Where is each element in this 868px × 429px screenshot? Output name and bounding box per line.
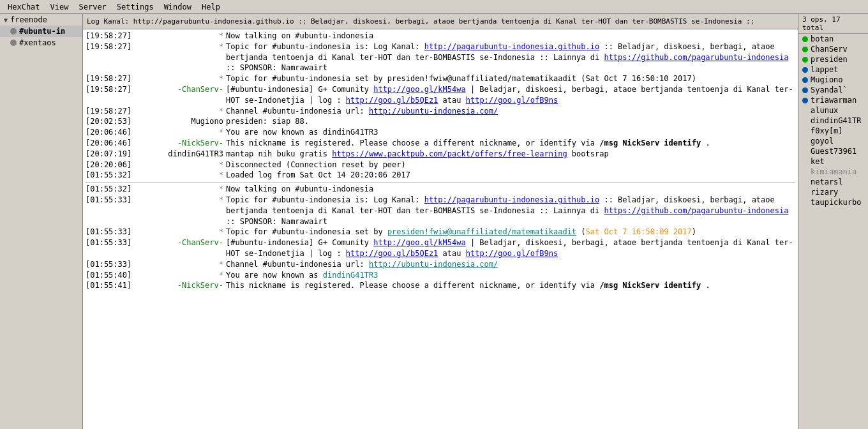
nick: *	[137, 195, 226, 227]
user-name: Guest73961	[811, 147, 857, 156]
user-list-item[interactable]: ket	[798, 156, 868, 167]
timestamp: [01:55:33]	[86, 237, 137, 259]
message: Channel #ubuntu-indonesia url: http://ub…	[226, 259, 795, 270]
timestamp: [01:55:32]	[86, 170, 137, 181]
timestamp: [20:02:53]	[86, 116, 137, 127]
user-name: dindinG41TR	[811, 116, 861, 125]
menu-server[interactable]: Server	[73, 1, 111, 13]
timestamp: [01:55:33]	[86, 227, 137, 237]
msg-link[interactable]: http://ubuntu-indonesia.com/	[369, 107, 498, 116]
chat-line: [01:55:41]-NickServ-This nickname is reg…	[86, 280, 795, 291]
user-name: taupickurbo	[811, 198, 861, 207]
user-status-dot	[802, 149, 808, 154]
user-status-dot	[802, 87, 808, 93]
topic-bar: Log Kanal: http://pagarubuntu-indonesia.…	[83, 14, 798, 29]
message: presiden: siap 88.	[226, 116, 795, 127]
msg-link[interactable]: http://goo.gl/b5QEz1	[346, 96, 438, 105]
user-list-item[interactable]: f0xy[m]	[798, 126, 868, 136]
nick: Mugiono	[137, 116, 226, 127]
msg-link[interactable]: http://goo.gl/kM54wa	[373, 238, 466, 247]
user-name: ChanServ	[811, 45, 848, 54]
chat-line: [20:06:46]*You are now known as dindinG4…	[86, 127, 795, 138]
user-list-item[interactable]: botan	[798, 34, 868, 44]
user-name: f0xy[m]	[811, 126, 843, 135]
chat-area[interactable]: [19:58:27]*Now talking on #ubuntu-indone…	[83, 29, 798, 429]
nick: *	[137, 127, 226, 138]
nick: -NickServ-	[137, 280, 226, 291]
timestamp: [19:58:27]	[86, 31, 137, 41]
chat-line: [01:55:33]-ChanServ-[#ubuntu-indonesia] …	[86, 237, 795, 259]
menubar: HexChat View Server Settings Window Help	[0, 0, 868, 14]
msg-link[interactable]: https://www.packtpub.com/packt/offers/fr…	[332, 149, 567, 158]
user-list-item[interactable]: rizary	[798, 187, 868, 197]
user-status-dot	[802, 159, 808, 165]
user-list-item[interactable]: Mugiono	[798, 75, 868, 85]
user-status-dot	[802, 36, 808, 42]
chat-line: [19:58:27]*Now talking on #ubuntu-indone…	[86, 31, 795, 41]
server-label: freenode	[10, 15, 47, 24]
msg-date: Sat Oct 7 16:50:09 2017	[586, 227, 692, 236]
chat-line: [01:55:33]*Topic for #ubuntu-indonesia i…	[86, 195, 795, 227]
user-list-item[interactable]: Guest73961	[798, 146, 868, 156]
user-status-dot	[802, 139, 808, 144]
user-list-item[interactable]: taupickurbo	[798, 197, 868, 207]
channel-xentaos[interactable]: #xentaos	[0, 37, 82, 49]
user-list-item[interactable]: Syandal`	[798, 85, 868, 95]
menu-view[interactable]: View	[45, 1, 74, 13]
message: Now talking on #ubuntu-indonesia	[226, 184, 795, 195]
user-status-dot	[802, 57, 808, 63]
user-list-item[interactable]: triawarman	[798, 95, 868, 105]
timestamp: [20:06:46]	[86, 127, 137, 138]
user-status-dot	[802, 200, 808, 206]
message: Now talking on #ubuntu-indonesia	[226, 31, 795, 41]
user-list-item[interactable]: presiden	[798, 54, 868, 64]
nick: *	[137, 170, 226, 181]
msg-link[interactable]: http://ubuntu-indonesia.com/	[369, 260, 498, 269]
timestamp: [20:20:06]	[86, 160, 137, 170]
user-list-item[interactable]: kimiamania	[798, 167, 868, 177]
timestamp: [01:55:32]	[86, 184, 137, 195]
user-list-item[interactable]: dindinG41TR	[798, 116, 868, 126]
menu-window[interactable]: Window	[159, 1, 197, 13]
msg-link[interactable]: http://goo.gl/ofB9ns	[466, 249, 558, 258]
msg-link[interactable]: presiden!fwiw@unaffiliated/matematikaadi…	[387, 227, 576, 236]
user-list-item[interactable]: netarsl	[798, 177, 868, 187]
user-list-item[interactable]: goyol	[798, 136, 868, 146]
user-status-dot	[802, 118, 808, 124]
nick: dindinG41TR3	[137, 149, 226, 160]
message: Loaded log from Sat Oct 14 20:20:06 2017	[226, 170, 795, 181]
nick: *	[137, 184, 226, 195]
server-arrow-icon: ▼	[4, 17, 8, 24]
chat-line: [01:55:32]*Now talking on #ubuntu-indone…	[86, 184, 795, 195]
chat-line: [01:55:33]*Channel #ubuntu-indonesia url…	[86, 259, 795, 270]
msg-link[interactable]: https://github.com/pagarubuntu-indonesia	[604, 53, 788, 62]
channel-ubuntu-in[interactable]: #ubuntu-in	[0, 26, 82, 37]
nick: -ChanServ-	[137, 237, 226, 259]
message: [#ubuntu-indonesia] G+ Comunity http://g…	[226, 237, 795, 259]
nick: *	[137, 106, 226, 117]
nick: *	[137, 41, 226, 73]
nick: *	[137, 160, 226, 170]
user-list-item[interactable]: lappet	[798, 64, 868, 75]
msg-link[interactable]: https://github.com/pagarubuntu-indonesia	[604, 206, 788, 215]
topic-text: Log Kanal: http://pagarubuntu-indonesia.…	[87, 17, 754, 26]
msg-link[interactable]: http://pagarubuntu-indonesia.github.io	[424, 42, 600, 51]
menu-settings[interactable]: Settings	[112, 1, 159, 13]
chat-line: [19:58:27]-ChanServ-[#ubuntu-indonesia] …	[86, 84, 795, 106]
user-status-dot	[802, 190, 808, 195]
user-status-dot	[802, 98, 808, 103]
channel-xentaos-dot-icon	[10, 40, 17, 46]
menu-help[interactable]: Help	[197, 1, 225, 13]
timestamp: [01:55:33]	[86, 195, 137, 227]
user-name: kimiamania	[811, 167, 857, 176]
menu-hexchat[interactable]: HexChat	[3, 1, 45, 13]
msg-link[interactable]: http://pagarubuntu-indonesia.github.io	[424, 195, 600, 204]
msg-link[interactable]: http://goo.gl/b5QEz1	[346, 249, 438, 258]
msg-link[interactable]: http://goo.gl/kM54wa	[373, 85, 466, 94]
user-list-item[interactable]: ChanServ	[798, 44, 868, 54]
user-list-item[interactable]: alunux	[798, 105, 868, 116]
main-layout: ▼ freenode #ubuntu-in #xentaos Log Kanal…	[0, 14, 868, 429]
timestamp: [01:55:40]	[86, 270, 137, 281]
server-freenode[interactable]: ▼ freenode	[0, 14, 82, 26]
msg-link[interactable]: http://goo.gl/ofB9ns	[466, 96, 558, 105]
